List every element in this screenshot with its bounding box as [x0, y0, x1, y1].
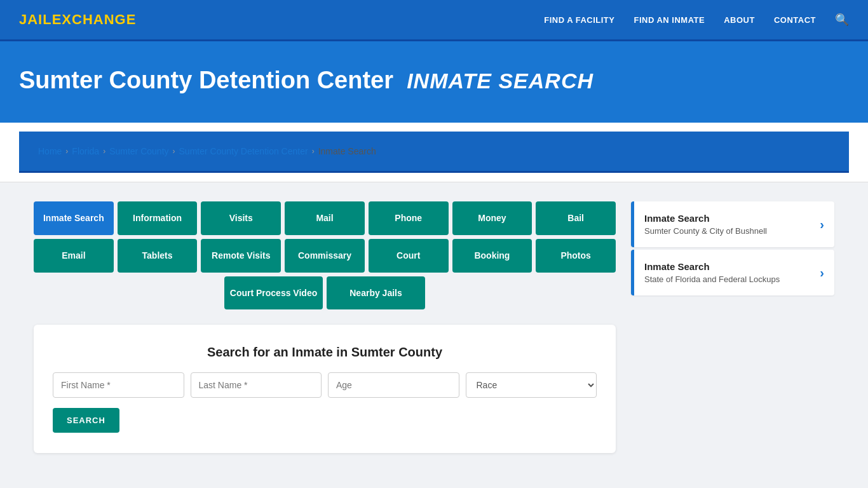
logo[interactable]: JAILEXCHANGE [19, 11, 544, 28]
breadcrumb-sep-3: › [173, 147, 175, 156]
tab-inmate-search[interactable]: Inmate Search [34, 201, 114, 235]
tab-email[interactable]: Email [34, 239, 114, 273]
sidebar-card-sumter[interactable]: Inmate Search Sumter County & City of Bu… [631, 201, 834, 247]
age-input[interactable] [328, 372, 459, 398]
sidebar-card-florida-text: Inmate Search State of Florida and Feder… [644, 261, 780, 284]
tabs-row3: Court Process Video Nearby Jails [34, 276, 616, 310]
search-button[interactable]: SEARCH [53, 408, 119, 433]
sidebar-sumter-subtitle: Sumter County & City of Bushnell [644, 226, 767, 236]
search-icon[interactable]: 🔍 [835, 13, 849, 27]
search-box: Search for an Inmate in Sumter County Ra… [34, 325, 616, 453]
breadcrumb-sep-2: › [103, 147, 105, 156]
tab-information[interactable]: Information [118, 201, 198, 235]
tab-remote-visits[interactable]: Remote Visits [201, 239, 281, 273]
breadcrumb-current: Inmate Search [318, 146, 376, 156]
nav-find-facility[interactable]: FIND A FACILITY [544, 15, 614, 25]
tab-commissary[interactable]: Commissary [285, 239, 365, 273]
navbar: JAILEXCHANGE FIND A FACILITY FIND AN INM… [0, 0, 868, 41]
main-wrapper: Inmate Search Information Visits Mail Ph… [21, 182, 847, 472]
tabs-row2: Email Tablets Remote Visits Commissary C… [34, 239, 616, 273]
tab-nearby-jails[interactable]: Nearby Jails [327, 276, 425, 310]
hero-main-title: Sumter County Detention Center [19, 67, 393, 93]
breadcrumb-sep-4: › [312, 147, 315, 156]
sidebar-sumter-title: Inmate Search [644, 213, 767, 224]
sidebar-card-florida[interactable]: Inmate Search State of Florida and Feder… [631, 250, 834, 295]
race-select[interactable]: Race White Black Hispanic Asian Other [466, 372, 597, 398]
breadcrumb-home[interactable]: Home [38, 146, 62, 156]
nav-find-inmate[interactable]: FIND AN INMATE [634, 15, 705, 25]
tab-visits[interactable]: Visits [201, 201, 281, 235]
logo-text1: JAIL [19, 11, 52, 27]
tab-booking[interactable]: Booking [452, 239, 532, 273]
tab-photos[interactable]: Photos [536, 239, 616, 273]
tab-phone[interactable]: Phone [369, 201, 449, 235]
tab-court-process-video[interactable]: Court Process Video [224, 276, 323, 310]
breadcrumb-bar: Home › Florida › Sumter County › Sumter … [0, 123, 868, 182]
breadcrumb: Home › Florida › Sumter County › Sumter … [19, 132, 849, 173]
breadcrumb-florida[interactable]: Florida [72, 146, 99, 156]
hero-subtitle: INMATE SEARCH [407, 69, 593, 93]
tab-mail[interactable]: Mail [285, 201, 365, 235]
breadcrumb-sumter-county[interactable]: Sumter County [109, 146, 168, 156]
breadcrumb-sep-1: › [65, 147, 68, 156]
left-column: Inmate Search Information Visits Mail Ph… [34, 201, 616, 453]
sidebar-florida-subtitle: State of Florida and Federal Lockups [644, 274, 780, 284]
chevron-down-icon-2: › [820, 266, 824, 280]
sidebar-card-sumter-text: Inmate Search Sumter County & City of Bu… [644, 213, 767, 236]
right-column: Inmate Search Sumter County & City of Bu… [631, 201, 834, 298]
tab-tablets[interactable]: Tablets [118, 239, 198, 273]
last-name-input[interactable] [191, 372, 322, 398]
first-name-input[interactable] [53, 372, 184, 398]
nav-about[interactable]: ABOUT [724, 15, 755, 25]
page-title: Sumter County Detention Center INMATE SE… [19, 67, 849, 94]
breadcrumb-detention-center[interactable]: Sumter County Detention Center [179, 146, 308, 156]
nav-links: FIND A FACILITY FIND AN INMATE ABOUT CON… [544, 13, 849, 27]
search-fields: Race White Black Hispanic Asian Other [53, 372, 597, 398]
tab-court[interactable]: Court [369, 239, 449, 273]
nav-contact[interactable]: CONTACT [774, 15, 816, 25]
search-title: Search for an Inmate in Sumter County [53, 345, 597, 360]
logo-highlight: EXCHANGE [52, 11, 137, 27]
hero-section: Sumter County Detention Center INMATE SE… [0, 41, 868, 123]
tab-bail[interactable]: Bail [536, 201, 616, 235]
tab-money[interactable]: Money [452, 201, 532, 235]
chevron-down-icon: › [820, 217, 824, 232]
sidebar-florida-title: Inmate Search [644, 261, 780, 272]
tabs-row1: Inmate Search Information Visits Mail Ph… [34, 201, 616, 235]
